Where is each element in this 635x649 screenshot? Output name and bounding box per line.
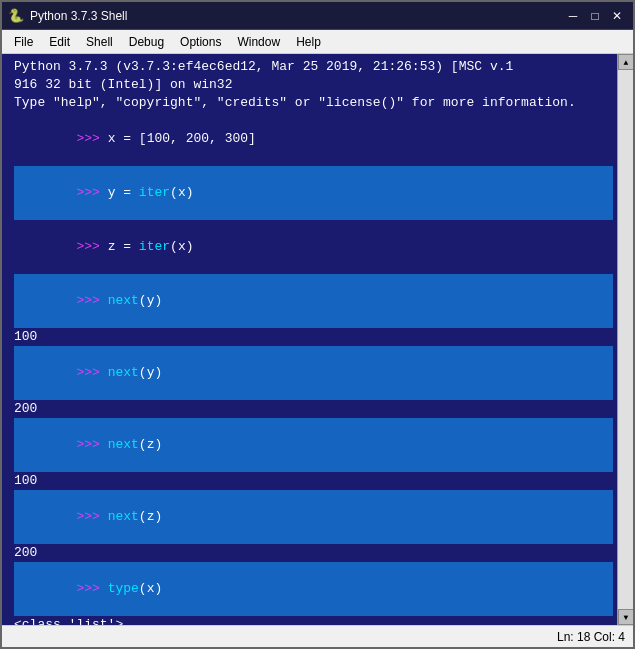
status-text: Ln: 18 Col: 4: [557, 630, 625, 644]
shell-line: >>> next(y): [14, 274, 613, 328]
menu-file[interactable]: File: [6, 33, 41, 51]
shell-output-line: 200: [14, 544, 613, 562]
shell-line: >>> next(z): [14, 490, 613, 544]
shell-output-line: 100: [14, 472, 613, 490]
shell-line: >>> next(y): [14, 346, 613, 400]
output-text: 200: [14, 401, 37, 416]
code: (z): [139, 509, 162, 524]
output-text: 200: [14, 545, 37, 560]
code-keyword: iter: [139, 185, 170, 200]
shell-line: >>> type(x): [14, 562, 613, 616]
scroll-down-button[interactable]: ▼: [618, 609, 633, 625]
code-keyword: iter: [139, 239, 170, 254]
minimize-button[interactable]: ─: [563, 6, 583, 26]
maximize-button[interactable]: □: [585, 6, 605, 26]
menu-bar: File Edit Shell Debug Options Window Hel…: [2, 30, 633, 54]
menu-shell[interactable]: Shell: [78, 33, 121, 51]
info-line-1: Python 3.7.3 (v3.7.3:ef4ec6ed12, Mar 25 …: [14, 58, 613, 76]
code: y =: [108, 185, 139, 200]
scroll-up-button[interactable]: ▲: [618, 54, 633, 70]
shell-output-line: 200: [14, 400, 613, 418]
vertical-scrollbar[interactable]: ▲ ▼: [617, 54, 633, 625]
menu-window[interactable]: Window: [229, 33, 288, 51]
menu-edit[interactable]: Edit: [41, 33, 78, 51]
code: (x): [170, 239, 193, 254]
python-shell-window: 🐍 Python 3.7.3 Shell ─ □ ✕ File Edit She…: [0, 0, 635, 649]
window-title: Python 3.7.3 Shell: [30, 9, 563, 23]
info-line-3: Type "help", "copyright", "credits" or "…: [14, 94, 613, 112]
code-keyword: next: [108, 365, 139, 380]
prompt: >>>: [76, 293, 107, 308]
status-bar: Ln: 18 Col: 4: [2, 625, 633, 647]
shell-line: >>> next(z): [14, 418, 613, 472]
shell-content[interactable]: Python 3.7.3 (v3.7.3:ef4ec6ed12, Mar 25 …: [10, 54, 617, 625]
output-text: <class 'list'>: [14, 617, 123, 625]
menu-options[interactable]: Options: [172, 33, 229, 51]
scroll-thumb-area[interactable]: [618, 70, 633, 609]
code-keyword: type: [108, 581, 139, 596]
prompt: >>>: [76, 239, 107, 254]
close-button[interactable]: ✕: [607, 6, 627, 26]
menu-debug[interactable]: Debug: [121, 33, 172, 51]
left-indicator: [2, 54, 10, 625]
python-icon: 🐍: [8, 8, 24, 24]
shell-line: >>> y = iter(x): [14, 166, 613, 220]
code: z =: [108, 239, 139, 254]
prompt: >>>: [76, 437, 107, 452]
code: x = [100, 200, 300]: [108, 131, 256, 146]
info-line-2: 916 32 bit (Intel)] on win32: [14, 76, 613, 94]
output-text: 100: [14, 329, 37, 344]
code-keyword: next: [108, 293, 139, 308]
code: (y): [139, 293, 162, 308]
window-controls: ─ □ ✕: [563, 6, 627, 26]
prompt: >>>: [76, 581, 107, 596]
menu-help[interactable]: Help: [288, 33, 329, 51]
prompt: >>>: [76, 185, 107, 200]
shell-output-line: <class 'list'>: [14, 616, 613, 625]
output-text: 100: [14, 473, 37, 488]
code: (x): [139, 581, 162, 596]
code: (x): [170, 185, 193, 200]
code-keyword: next: [108, 509, 139, 524]
shell-line: >>> z = iter(x): [14, 220, 613, 274]
code-keyword: next: [108, 437, 139, 452]
shell-wrapper: Python 3.7.3 (v3.7.3:ef4ec6ed12, Mar 25 …: [2, 54, 633, 625]
code: (z): [139, 437, 162, 452]
prompt: >>>: [76, 509, 107, 524]
prompt: >>>: [76, 365, 107, 380]
title-bar: 🐍 Python 3.7.3 Shell ─ □ ✕: [2, 2, 633, 30]
shell-output-line: 100: [14, 328, 613, 346]
prompt: >>>: [76, 131, 107, 146]
code: (y): [139, 365, 162, 380]
shell-line: >>> x = [100, 200, 300]: [14, 112, 613, 166]
